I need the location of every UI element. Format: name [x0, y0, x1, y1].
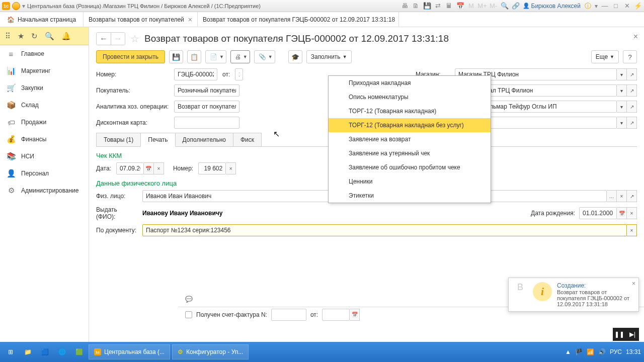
tray-lang[interactable]: РУС — [610, 348, 622, 355]
sidebar-item-personnel[interactable]: 👤Персонал — [0, 165, 89, 182]
explorer-icon[interactable]: 📁 — [20, 344, 35, 359]
toast-close-icon[interactable]: × — [632, 280, 635, 287]
sidebar-item-finance[interactable]: 💰Финансы — [0, 131, 89, 148]
create-based-button[interactable]: 📄▼ — [205, 50, 226, 63]
num2-input[interactable] — [198, 162, 226, 174]
discount-input[interactable] — [174, 117, 239, 129]
calendar-icon[interactable]: 📅 — [144, 162, 154, 174]
print-icon[interactable]: 🖶 — [401, 2, 409, 10]
dd-item[interactable]: ТОРГ-12 (Товарная накладная) — [329, 104, 491, 118]
calendar-icon[interactable]: 📅 — [456, 2, 464, 10]
tray-sound-icon[interactable]: 🔊 — [598, 348, 606, 355]
open-icon[interactable]: ↗ — [627, 68, 637, 80]
app2-icon[interactable]: 🟩 — [71, 344, 87, 359]
discount-button[interactable]: 🎓 — [288, 50, 302, 63]
favorite-icon[interactable]: ☆ — [130, 33, 139, 45]
sidebar-item-warehouse[interactable]: 📦Склад — [0, 97, 89, 114]
tray-time[interactable]: 13:31 — [626, 348, 641, 355]
birth-input[interactable] — [579, 207, 617, 219]
m-icon[interactable]: M — [467, 2, 475, 10]
dropdown-icon[interactable]: ▾ — [617, 101, 627, 113]
bydoc-input[interactable] — [142, 224, 627, 236]
dropdown-icon[interactable]: ▾ — [617, 84, 627, 97]
sidebar-item-main[interactable]: ≡Главное — [0, 45, 89, 62]
compare-icon[interactable]: ⇄ — [434, 2, 442, 10]
link-icon[interactable]: 🔗 — [512, 2, 520, 10]
more-button[interactable]: Еще▼ — [591, 50, 619, 63]
save-icon[interactable]: 💾 — [423, 2, 431, 10]
forward-button[interactable]: → — [111, 33, 125, 45]
back-button[interactable]: ← — [97, 33, 111, 45]
dropdown-icon[interactable]: ▾ — [617, 117, 627, 129]
user-label[interactable]: 👤 Бирюков Алексей — [523, 3, 581, 10]
select-icon[interactable]: … — [607, 190, 617, 202]
bell-icon[interactable]: 🔔 — [61, 32, 71, 41]
m-minus-icon[interactable]: M- — [490, 2, 498, 10]
dd-item[interactable]: Приходная накладная — [329, 76, 491, 90]
dd-item[interactable]: Заявление на возврат — [329, 132, 491, 146]
clear-icon[interactable]: × — [226, 162, 236, 174]
history-icon[interactable]: ↻ — [31, 32, 38, 41]
dropdown-icon[interactable]: ▾ — [617, 68, 627, 80]
invoice-number-input[interactable] — [271, 309, 306, 321]
preview-icon[interactable]: 🗎 — [412, 2, 420, 10]
pause-button[interactable]: ❚❚ — [613, 328, 626, 341]
open-icon[interactable]: ↗ — [627, 84, 637, 97]
tab-print[interactable]: Печать — [140, 133, 175, 147]
panel-close-icon[interactable]: × — [633, 32, 638, 41]
tab-goods[interactable]: Товары (1) — [96, 133, 141, 146]
dropdown-icon[interactable] — [12, 2, 20, 10]
help-button[interactable]: ? — [623, 50, 637, 63]
open-icon[interactable]: ↗ — [627, 190, 637, 202]
app-close-icon[interactable]: ⚡ — [634, 2, 642, 10]
date-input[interactable] — [235, 68, 243, 80]
dd-item[interactable]: Этикетки — [329, 189, 491, 203]
task-configurator[interactable]: ⚙Конфигуратор - Уп... — [172, 344, 249, 359]
sidebar-item-nsi[interactable]: 📚НСИ — [0, 148, 89, 165]
maximize-icon[interactable]: □ — [612, 2, 620, 10]
post-and-close-button[interactable]: Провести и закрыть — [96, 50, 165, 63]
apps-icon[interactable]: ⠿ — [5, 32, 11, 41]
dd-item[interactable]: Опись номенклатуры — [329, 90, 491, 104]
analytics-input[interactable] — [174, 101, 239, 113]
attach-button[interactable]: 📎▼ — [254, 50, 275, 63]
start-button[interactable]: ⊞ — [3, 344, 18, 359]
sidebar-item-admin[interactable]: ⚙Администрирование — [0, 182, 89, 199]
invoice-checkbox[interactable] — [185, 311, 192, 318]
tab-close-icon[interactable]: × — [188, 16, 192, 24]
dd-item[interactable]: Заявление на утерянный чек — [329, 146, 491, 160]
star-icon[interactable]: ★ — [18, 32, 24, 41]
next-button[interactable]: ▶| — [626, 328, 639, 341]
minimize-icon[interactable]: — — [601, 2, 609, 10]
close-icon[interactable]: ✕ — [623, 2, 631, 10]
chrome-icon[interactable]: 🌐 — [54, 344, 69, 359]
dd-item[interactable]: Заявление об ошибочно пробитом чеке — [329, 160, 491, 174]
task-1c-base[interactable]: 1cЦентральная база (... — [89, 344, 170, 359]
clear-icon[interactable]: × — [154, 162, 164, 174]
dd-item[interactable]: Ценники — [329, 174, 491, 189]
clear-icon[interactable]: × — [627, 207, 637, 219]
open-icon[interactable]: ↗ — [627, 101, 637, 113]
tab-fiscal[interactable]: Фиск — [233, 133, 262, 146]
number-input[interactable] — [174, 68, 217, 80]
calc-icon[interactable]: 🖩 — [445, 2, 453, 10]
calendar-icon[interactable]: 📅 — [350, 309, 360, 321]
invoice-date-input[interactable] — [322, 309, 350, 321]
search-icon[interactable]: 🔍 — [501, 2, 509, 10]
date2-input[interactable] — [116, 162, 144, 174]
save-button[interactable]: 💾 — [169, 50, 183, 63]
search-icon[interactable]: 🔍 — [45, 32, 54, 41]
buyer-input[interactable] — [174, 84, 239, 97]
tab-home[interactable]: 🏠 Начальная страница — [0, 12, 84, 27]
info-icon[interactable]: ⓘ — [584, 2, 592, 10]
m-plus-icon[interactable]: M+ — [478, 2, 487, 10]
sidebar-item-marketing[interactable]: 📊Маркетинг — [0, 62, 89, 79]
print-button[interactable]: 🖨▼ — [230, 50, 250, 63]
calendar-icon[interactable]: 📅 — [617, 207, 627, 219]
tray-up-icon[interactable]: ▲ — [565, 348, 571, 355]
post-button[interactable]: 📋 — [187, 50, 201, 63]
dd-item-highlighted[interactable]: ТОРГ-12 (Товарная накладная без услуг) — [329, 118, 491, 132]
comment-icon[interactable]: 💬 — [185, 296, 193, 303]
open-icon[interactable]: ↗ — [627, 117, 637, 129]
tray-network-icon[interactable]: 📶 — [587, 348, 594, 355]
